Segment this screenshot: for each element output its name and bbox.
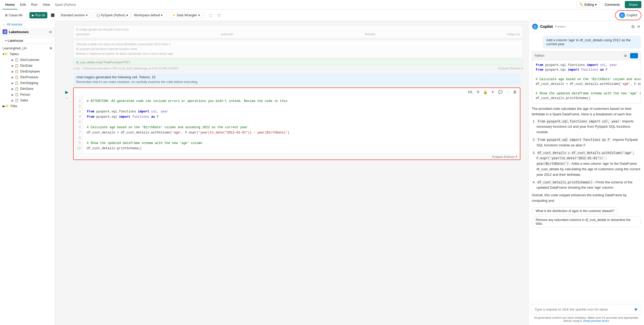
copilot-footer: ➤ AI-generated content can have mistakes… — [529, 301, 644, 325]
copilot-header-actions: ⚙ ✕ — [631, 24, 640, 29]
copilot-input[interactable] — [535, 307, 632, 311]
sidebar: ← All sources 🏠 Lakehouses ≫ + Lakehouse… — [0, 21, 55, 325]
expand-arrow: ▶ — [12, 64, 14, 67]
add-lakehouse-button[interactable]: + Lakehouse — [3, 38, 52, 44]
copilot-button[interactable]: C Copilot — [615, 10, 641, 20]
comments-label: Comments — [605, 3, 620, 7]
cell-run-button[interactable]: ▶ — [65, 90, 68, 95]
folder-icon-tables: 📁 — [4, 52, 8, 56]
expand-arrow: ▶ — [12, 99, 14, 102]
code-editor[interactable]: # ATTENTION: AI-generated code can inclu… — [83, 96, 520, 154]
cell-wrapper: ML ⧉ 🔒 ✦ 💬 ··· 🗑 12345678910 — [73, 87, 523, 160]
data-wrangler-select[interactable]: ⚡ Data Wrangler ▾ — [169, 12, 202, 18]
run-icon: ▶ — [32, 13, 34, 17]
editing-button[interactable]: ✏️ Editing ▾ — [577, 2, 600, 8]
layout-button[interactable]: ⬚ — [207, 12, 214, 18]
copy-button[interactable]: ⧉ — [476, 89, 480, 95]
code-cell-row: ▶ ⌄ ML ⧉ 🔒 ✦ 💬 ··· 🗑 — [60, 87, 523, 160]
lock-button[interactable]: 🔒 — [482, 89, 489, 95]
copilot-header: C Copilot Preview ⚙ ✕ — [529, 21, 644, 32]
chat-magic-title: chat-magics generated the following cell… — [76, 75, 517, 79]
table-item-dimstore[interactable]: ▶ 📋 DimStore — [7, 86, 55, 92]
vscode-button[interactable]: ⬡ — [215, 12, 223, 18]
suggestion-chip-2[interactable]: Remove any redundant columns in df_cust_… — [532, 216, 641, 227]
table-item-person[interactable]: ▶ 📋 Person — [7, 92, 55, 97]
casas-tile-button[interactable]: ⊞ Casas tile — [3, 12, 25, 18]
language-select[interactable]: { } PySpark (Python) ▾ — [94, 12, 130, 18]
copilot-close-button[interactable]: ✕ — [637, 24, 640, 29]
table-icon: 📋 — [15, 70, 19, 73]
expand-arrow: ▶ — [12, 87, 14, 90]
copilot-header-logo: C — [532, 24, 538, 29]
chevron-down-icon-session: ▾ — [86, 13, 88, 17]
table-item-dimshipping[interactable]: ▶ 📋 DimShipping — [7, 80, 55, 86]
cell-expand-button[interactable]: ⌄ — [65, 96, 68, 99]
read-preview-link[interactable]: Read preview terms — [583, 319, 609, 322]
nav-view[interactable]: View — [40, 0, 53, 9]
chevron-down-icon-cell: ▾ — [516, 155, 517, 158]
tree-section: ▾ 📁 Tables ▶ 📋 DimCustomer ▶ 📋 DimDate ▶… — [0, 51, 55, 325]
table-item-dimcustomer[interactable]: ▶ 📋 DimCustomer — [7, 57, 55, 63]
expand-arrow: ▶ — [12, 76, 14, 79]
sidebar-collapse-icon[interactable]: ≫ — [49, 30, 52, 34]
copilot-panel: C Copilot Preview ⚙ ✕ Add a column 'age'… — [528, 21, 644, 325]
star-button[interactable]: ✦ — [490, 89, 495, 95]
toolbar-separator-2 — [92, 12, 92, 18]
tables-parent[interactable]: ▾ 📁 Tables — [0, 51, 55, 57]
cell-gutter: ▶ ⌄ — [60, 87, 73, 160]
arrow-left-icon: ← — [3, 23, 6, 26]
code-body: 12345678910 # ATTENTION: AI-generated co… — [74, 96, 520, 154]
expand-arrow: ▶ — [12, 93, 14, 96]
cell-language-select[interactable]: PySpark (Python) ▾ — [492, 155, 517, 158]
ml-button[interactable]: ML — [467, 89, 474, 95]
data-wrangler-icon: ⚡ — [172, 13, 176, 17]
layout-icon: ⬚ — [209, 13, 212, 17]
step-2: from pyspark.sql import functions as F: … — [536, 137, 641, 148]
delete-button[interactable]: 🗑 — [512, 89, 518, 95]
copy-code-button[interactable]: ⧉ — [622, 53, 629, 58]
notebook-area: O código gerado por IA pode incluir erro… — [55, 21, 528, 325]
nav-edit[interactable]: Edit — [17, 0, 28, 9]
more-button[interactable]: ··· — [505, 89, 510, 95]
session-select[interactable]: Standard session ▾ — [58, 12, 90, 18]
suggestion-chip-1[interactable]: What is the distribution of ages in the … — [532, 207, 618, 215]
copilot-send-button[interactable]: ➤ — [634, 306, 638, 312]
table-icon: 📋 — [15, 93, 19, 96]
nav-home[interactable]: Home — [3, 0, 17, 9]
toolbar-separator-3 — [167, 12, 167, 18]
all-sources-link[interactable]: ← All sources — [0, 21, 55, 28]
nav-run[interactable]: Run — [29, 0, 40, 9]
table-item-dimproducts[interactable]: ▶ 📋 DimProducts — [7, 74, 55, 80]
code-block-header: Python ⧉ → — [532, 51, 641, 60]
table-item-sales[interactable]: ▶ 📋 Sales — [7, 97, 55, 103]
content-area: O código gerado por IA pode incluir erro… — [55, 21, 528, 325]
copilot-settings-button[interactable]: ⚙ — [631, 24, 635, 29]
comments-button[interactable]: Comments — [602, 2, 623, 8]
table-item-dimdate[interactable]: ▶ 📋 DimDate — [7, 63, 55, 69]
code-lang-label: Python — [535, 54, 544, 58]
stop-button[interactable]: ⬛ — [48, 12, 57, 18]
insert-code-button[interactable]: → — [630, 53, 638, 58]
chat-magic-header: chat-magics generated the following cell… — [73, 73, 520, 86]
comment-button[interactable]: 💬 — [497, 89, 504, 95]
grid-icon: ⊞ — [5, 13, 8, 17]
toolbar-separator-4 — [204, 12, 205, 18]
vscode-icon: ⬡ — [218, 13, 220, 17]
editing-label: Editing — [585, 3, 594, 7]
share-button[interactable]: Share — [625, 1, 641, 8]
step-4: df_cust_details.printSchema(): Prints th… — [536, 180, 641, 191]
table-item-dimemployee[interactable]: ▶ 📋 DimEmployee — [7, 69, 55, 74]
toolbar: ⊞ Casas tile ▶ Run all ⬛ Standard sessio… — [0, 9, 644, 21]
settings-icon[interactable]: ⚙ — [49, 47, 52, 50]
files-parent[interactable]: ▶ 📁 Files — [0, 103, 55, 109]
code-cell: ML ⧉ 🔒 ✦ 💬 ··· 🗑 12345678910 — [73, 87, 520, 160]
chevron-down-icon-dw: ▾ — [198, 13, 200, 17]
toolbar-separator-1 — [27, 12, 27, 18]
copilot-title: C Copilot Preview — [532, 24, 565, 29]
workspace-select[interactable]: Workspace default ▾ — [131, 12, 165, 18]
run-all-button[interactable]: ▶ Run all — [29, 12, 47, 18]
copilot-input-row: ➤ — [531, 304, 641, 314]
main-layout: ← All sources 🏠 Lakehouses ≫ + Lakehouse… — [0, 21, 644, 325]
copilot-code-block: Python ⧉ → from pyspark.sql.functions im… — [532, 51, 641, 104]
copilot-disclaimer: AI-generated content can have mistakes. … — [531, 316, 641, 322]
